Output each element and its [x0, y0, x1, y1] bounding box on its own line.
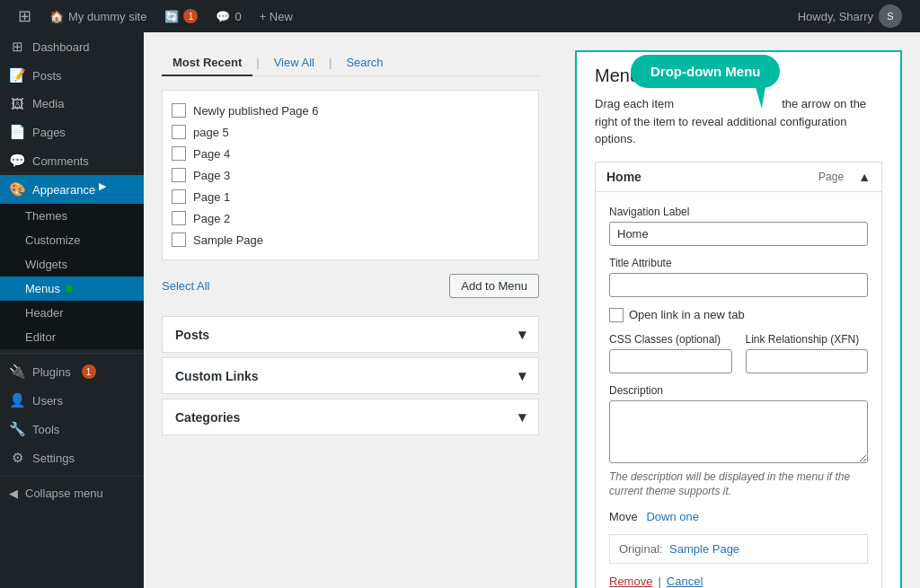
sidebar-item-tools[interactable]: 🔧 Tools [0, 415, 144, 443]
tab-sep-2: | [325, 50, 335, 75]
accordion-posts: Posts ▾ [162, 316, 539, 353]
header-label: Header [25, 306, 64, 320]
link-rel-col: Link Relationship (XFN) [746, 333, 869, 373]
sidebar-item-editor[interactable]: Editor [0, 325, 144, 349]
nav-label-row: Navigation Label [609, 206, 868, 246]
accordion-custom-links: Custom Links ▾ [162, 357, 539, 394]
menu-item-row-home[interactable]: Home Page ▲ [595, 162, 882, 192]
page-checkbox-p5[interactable] [172, 125, 186, 139]
page-label-p4: Page 4 [193, 147, 230, 161]
site-name-button[interactable]: 🏠 My dummy site [40, 0, 155, 32]
tab-view-all[interactable]: View All [263, 50, 325, 76]
sidebar-label-tools: Tools [32, 423, 59, 436]
collapse-menu-button[interactable]: ◀ Collapse menu [0, 480, 144, 506]
wp-logo-icon: ⊞ [18, 6, 31, 26]
sidebar-item-dashboard[interactable]: ⊞ Dashboard [0, 32, 144, 61]
wp-logo-button[interactable]: ⊞ [9, 0, 40, 32]
page-checkbox-p4[interactable] [172, 146, 186, 161]
appearance-icon: 🎨 [9, 181, 25, 197]
accordion-header-categories[interactable]: Categories ▾ [163, 399, 538, 434]
tools-icon: 🔧 [9, 421, 25, 437]
accordion-arrow-posts: ▾ [518, 326, 526, 343]
accordion-label-categories: Categories [175, 410, 240, 425]
tab-sep-1: | [252, 50, 262, 75]
link-rel-input[interactable] [746, 349, 869, 373]
nav-label-input[interactable] [609, 222, 868, 246]
accordion-header-posts[interactable]: Posts ▾ [163, 317, 538, 352]
sidebar-item-appearance[interactable]: 🎨 Appearance ▶ [0, 175, 144, 204]
tab-search[interactable]: Search [335, 50, 394, 76]
comments-nav-icon: 💬 [9, 153, 25, 169]
link-rel-label: Link Relationship (XFN) [746, 333, 869, 346]
sidebar-item-comments[interactable]: 💬 Comments [0, 146, 144, 175]
appearance-submenu: Themes Customize Widgets Menus Header Ed… [0, 204, 144, 349]
site-name: My dummy site [68, 10, 146, 23]
updates-button[interactable]: 🔄 1 [155, 0, 207, 32]
menus-label: Menus [25, 282, 60, 295]
sidebar-item-media[interactable]: 🖼 Media [0, 90, 144, 118]
select-all-link[interactable]: Select All [162, 279, 209, 293]
list-item: Page 3 [172, 164, 529, 186]
page-tabs: Most Recent | View All | Search [162, 50, 539, 76]
menu-item-home-type: Page [818, 171, 844, 183]
open-new-tab-checkbox[interactable] [609, 308, 624, 322]
cancel-link[interactable]: Cancel [667, 575, 703, 588]
css-classes-col: CSS Classes (optional) [609, 333, 732, 373]
sidebar-item-posts[interactable]: 📝 Posts [0, 61, 144, 90]
sidebar-item-pages[interactable]: 📄 Pages [0, 118, 144, 146]
page-label-p3: Page 3 [193, 169, 230, 182]
sidebar-item-header[interactable]: Header [0, 301, 144, 325]
accordion-categories: Categories ▾ [162, 399, 539, 435]
howdy-text: Howdy, Sharry [798, 10, 873, 23]
avatar: S [879, 4, 902, 28]
move-label: Move [609, 510, 638, 523]
page-list: Newly published Page 6 page 5 Page 4 Pag… [162, 90, 539, 260]
sidebar-label-posts: Posts [32, 69, 62, 83]
page-checkbox-p6[interactable] [172, 103, 186, 118]
add-to-menu-button[interactable]: Add to Menu [449, 274, 539, 298]
page-checkbox-p3[interactable] [172, 168, 186, 182]
action-row: Remove | Cancel [609, 575, 868, 588]
sidebar-item-users[interactable]: 👤 Users [0, 386, 144, 415]
remove-link[interactable]: Remove [609, 575, 652, 588]
plugins-badge: 1 [82, 364, 96, 379]
new-label: + New [260, 10, 293, 23]
page-checkbox-p2[interactable] [172, 211, 186, 225]
sidebar-item-widgets[interactable]: Widgets [0, 252, 144, 276]
page-label-p5: page 5 [193, 126, 229, 139]
sidebar-item-plugins[interactable]: 🔌 Plugins 1 [0, 357, 144, 386]
media-icon: 🖼 [9, 96, 25, 111]
list-item: Page 1 [172, 186, 529, 207]
description-textarea[interactable] [609, 400, 868, 463]
page-label-p6: Newly published Page 6 [193, 104, 318, 118]
sidebar-label-comments: Comments [32, 154, 89, 168]
css-classes-label: CSS Classes (optional) [609, 333, 732, 346]
list-item: Newly published Page 6 [172, 100, 529, 121]
new-content-button[interactable]: + New [251, 0, 302, 32]
sidebar-item-menus[interactable]: Menus [0, 276, 144, 301]
users-icon: 👤 [9, 392, 25, 408]
collapse-icon: ◀ [9, 487, 18, 500]
menu-item-expand-icon[interactable]: ▲ [858, 170, 871, 184]
list-item: page 5 [172, 121, 529, 143]
sidebar-item-settings[interactable]: ⚙ Settings [0, 443, 144, 472]
sidebar-label-pages: Pages [32, 126, 66, 139]
sidebar-item-themes[interactable]: Themes [0, 204, 144, 228]
pages-icon: 📄 [9, 124, 25, 140]
css-classes-input[interactable] [609, 349, 732, 373]
title-attr-input[interactable] [609, 273, 868, 297]
accordion-header-custom-links[interactable]: Custom Links ▾ [163, 358, 538, 393]
tab-most-recent[interactable]: Most Recent [162, 50, 252, 76]
page-checkbox-sp[interactable] [172, 233, 186, 247]
comments-icon: 💬 [216, 10, 230, 23]
page-checkbox-p1[interactable] [172, 189, 186, 204]
howdy-button[interactable]: Howdy, Sharry S [789, 0, 911, 32]
move-down-link[interactable]: Down one [646, 510, 699, 523]
dropdown-tooltip: Drop-down Menu [631, 55, 780, 88]
original-link[interactable]: Sample Page [669, 542, 739, 556]
comments-button[interactable]: 💬 0 [207, 0, 250, 32]
menu-structure-description: Drag each itemthe arrow on the right of … [595, 95, 882, 148]
css-xfn-row: CSS Classes (optional) Link Relationship… [609, 333, 868, 373]
editor-label: Editor [25, 330, 56, 344]
sidebar-item-customize[interactable]: Customize [0, 228, 144, 252]
